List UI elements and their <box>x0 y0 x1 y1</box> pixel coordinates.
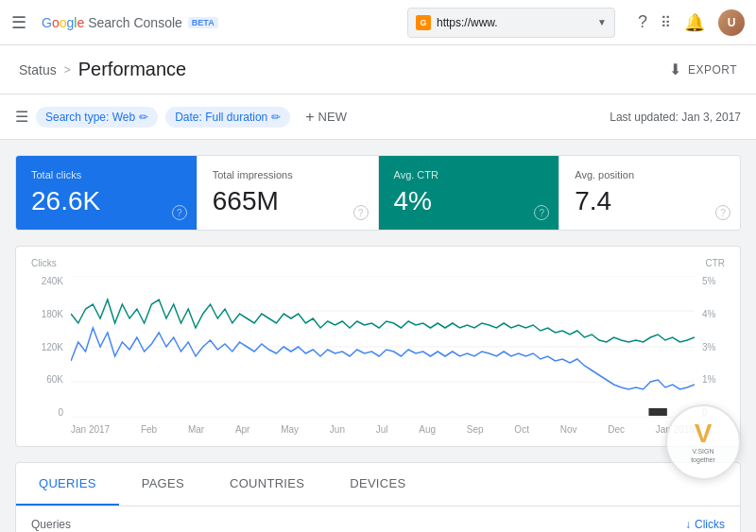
tabs-header: QUERIES PAGES COUNTRIES DEVICES <box>16 463 740 506</box>
metric-card-position[interactable]: Avg. position 7.4 ? <box>559 156 740 230</box>
breadcrumb: Status > Performance <box>19 59 186 80</box>
clicks-col: ↓ Clicks <box>685 518 725 531</box>
queries-col-label: Queries <box>31 518 71 531</box>
y-tick-240k: 240K <box>31 276 63 286</box>
chart-y-label-left: Clicks <box>31 258 57 268</box>
y-axis-right: 5% 4% 3% 1% 0 <box>702 276 725 418</box>
new-filter-button[interactable]: + NEW <box>298 105 354 129</box>
position-value: 7.4 <box>575 186 725 216</box>
search-type-label: Search type: Web <box>45 111 135 124</box>
y-tick-1pct: 1% <box>702 374 725 385</box>
breadcrumb-status[interactable]: Status <box>19 62 57 77</box>
url-bar[interactable]: G https://www. ▼ <box>407 8 615 38</box>
chart-container: Clicks CTR 240K 180K 120K 60K 0 <box>15 246 741 447</box>
top-nav: ☰ Google Search Console BETA G https://w… <box>0 0 756 45</box>
search-type-edit-icon[interactable]: ✏ <box>139 111 148 124</box>
clicks-value: 26.6K <box>31 186 181 216</box>
metric-card-impressions[interactable]: Total impressions 665M ? <box>198 156 378 230</box>
impressions-label: Total impressions <box>213 169 363 180</box>
date-edit-icon[interactable]: ✏ <box>271 111 281 124</box>
tab-queries[interactable]: QUERIES <box>16 463 119 506</box>
date-label: Date: Full duration <box>175 111 267 124</box>
tabs-section: QUERIES PAGES COUNTRIES DEVICES Queries … <box>15 462 741 532</box>
metric-cards: Total clicks 26.6K ? Total impressions 6… <box>15 155 741 231</box>
position-help-icon[interactable]: ? <box>715 205 730 220</box>
x-label-apr: Apr <box>235 424 250 435</box>
apps-icon[interactable]: ⠿ <box>661 14 671 31</box>
url-text: https://www. <box>437 16 592 29</box>
hamburger-icon[interactable]: ☰ <box>11 12 26 33</box>
main-content: Total clicks 26.6K ? Total impressions 6… <box>0 140 756 532</box>
last-updated: Last updated: Jan 3, 2017 <box>610 111 741 124</box>
chart-y-label-right: CTR <box>705 258 725 268</box>
x-label-oct: Oct <box>514 424 529 435</box>
x-label-jun: Jun <box>330 424 345 435</box>
x-axis: Jan 2017 Feb Mar Apr May Jun Jul Aug Sep… <box>31 424 725 435</box>
x-label-mar: Mar <box>188 424 204 435</box>
url-favicon: G <box>416 15 431 30</box>
x-label-feb: Feb <box>141 424 157 435</box>
search-type-filter[interactable]: Search type: Web ✏ <box>36 107 158 128</box>
ctr-help-icon[interactable]: ? <box>534 205 549 220</box>
clicks-sort-icon[interactable]: ↓ <box>685 518 691 531</box>
watermark-text: V.SIGNtogether <box>691 447 715 464</box>
page-title: Performance <box>78 59 187 80</box>
y-tick-5pct: 5% <box>702 276 725 286</box>
export-label: EXPORT <box>688 63 737 77</box>
watermark: V V.SIGNtogether <box>665 404 741 480</box>
x-label-sep: Sep <box>467 424 484 435</box>
y-tick-4pct: 4% <box>702 309 725 319</box>
y-tick-120k: 120K <box>31 342 63 352</box>
position-label: Avg. position <box>575 169 725 180</box>
ctr-line <box>71 300 695 342</box>
date-filter[interactable]: Date: Full duration ✏ <box>165 107 290 128</box>
page-wrapper: ☰ Google Search Console BETA G https://w… <box>0 0 756 532</box>
tabs-content: Queries ↓ Clicks <box>16 506 740 532</box>
help-icon[interactable]: ? <box>638 12 647 32</box>
metric-card-ctr[interactable]: Avg. CTR 4% ? <box>379 156 559 230</box>
y-tick-3pct: 3% <box>702 342 725 352</box>
tab-pages[interactable]: PAGES <box>119 463 207 506</box>
beta-badge: BETA <box>188 17 218 28</box>
filter-left: ☰ Search type: Web ✏ Date: Full duration… <box>15 105 354 129</box>
ctr-label: Avg. CTR <box>394 169 544 180</box>
clicks-help-icon[interactable]: ? <box>172 205 187 220</box>
tab-devices[interactable]: DEVICES <box>327 463 428 506</box>
watermark-v-icon: V <box>695 420 713 447</box>
y-tick-60k: 60K <box>31 374 63 385</box>
avatar[interactable]: U <box>718 9 745 36</box>
filter-icon[interactable]: ☰ <box>15 108 28 126</box>
clicks-label: Total clicks <box>31 169 181 180</box>
url-dropdown-icon[interactable]: ▼ <box>597 17 607 27</box>
search-console-label: Search Console <box>88 15 182 30</box>
metric-card-clicks[interactable]: Total clicks 26.6K ? <box>16 156 197 230</box>
filter-bar: ☰ Search type: Web ✏ Date: Full duration… <box>0 94 756 140</box>
x-label-aug: Aug <box>419 424 436 435</box>
x-label-jul: Jul <box>376 424 388 435</box>
favicon-letter: G <box>420 18 426 27</box>
clicks-col-label: Clicks <box>695 518 725 531</box>
ctr-value: 4% <box>394 186 544 216</box>
notifications-icon[interactable]: 🔔 <box>684 12 705 33</box>
nav-icons: ? ⠿ 🔔 U <box>638 9 745 36</box>
chart-area <box>71 276 695 420</box>
impressions-help-icon[interactable]: ? <box>353 205 369 220</box>
y-axis-left: 240K 180K 120K 60K 0 <box>31 276 63 418</box>
breadcrumb-separator: > <box>64 63 71 77</box>
google-logo: Google Search Console BETA <box>42 15 218 30</box>
sub-header: Status > Performance ⬇ EXPORT <box>0 45 756 94</box>
new-filter-label: NEW <box>318 110 347 124</box>
y-tick-0: 0 <box>31 407 63 418</box>
export-button[interactable]: ⬇ EXPORT <box>669 60 737 78</box>
x-label-dec: Dec <box>608 424 625 435</box>
chart-cursor <box>648 408 666 416</box>
x-label-jan17: Jan 2017 <box>71 424 110 435</box>
tab-countries[interactable]: COUNTRIES <box>207 463 327 506</box>
export-icon: ⬇ <box>669 60 682 78</box>
chart-svg <box>71 276 695 418</box>
new-filter-plus-icon: + <box>305 109 314 126</box>
logo-text: Google <box>42 15 84 30</box>
watermark-circle: V V.SIGNtogether <box>665 404 741 480</box>
y-tick-180k: 180K <box>31 309 63 319</box>
x-label-nov: Nov <box>560 424 577 435</box>
